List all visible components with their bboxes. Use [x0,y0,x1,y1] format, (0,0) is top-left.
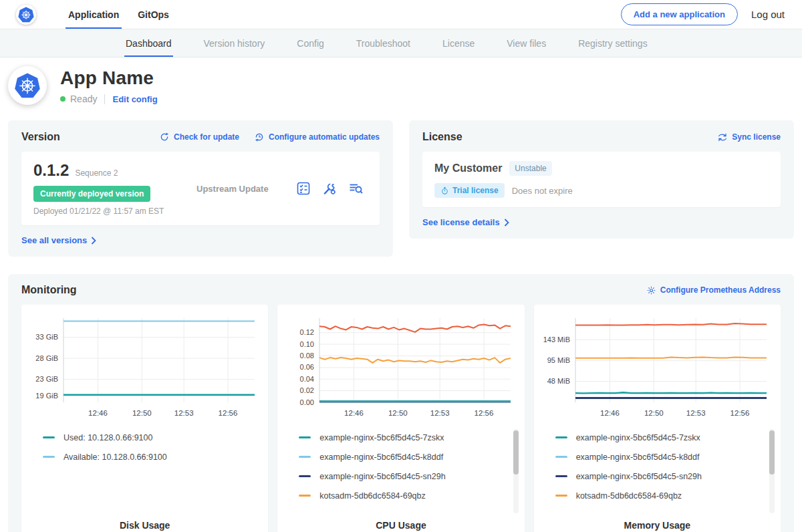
see-license-details-link[interactable]: See license details [422,217,509,227]
app-icon [8,66,47,105]
tab-gitops[interactable]: GitOps [128,0,178,29]
legend-color-dash [555,495,567,497]
license-card-title: License [422,131,462,143]
deploy-logs-icon[interactable] [348,180,364,196]
legend-color-dash [299,475,311,477]
svg-text:28 GiB: 28 GiB [35,354,58,362]
license-panel: My Customer Unstable Trial license Does … [422,152,781,207]
expiry-label: Does not expire [512,186,573,196]
legend-item: example-nginx-5bc6f5d4c5-7zskx [555,428,775,447]
add-new-application-button[interactable]: Add a new application [621,3,738,25]
check-for-update-link[interactable]: Check for update [159,132,239,142]
log-out-link[interactable]: Log out [751,9,785,20]
legend-scrollbar[interactable] [513,429,519,513]
cpu-usage-legend: example-nginx-5bc6f5d4c5-7zskxexample-ng… [299,428,519,509]
legend-item: example-nginx-5bc6f5d4c5-sn29h [555,467,775,486]
legend-label: example-nginx-5bc6f5d4c5-k8ddf [576,452,700,462]
legend-label: example-nginx-5bc6f5d4c5-k8ddf [319,452,443,462]
legend-color-dash [43,456,55,458]
legend-label: example-nginx-5bc6f5d4c5-sn29h [319,472,445,481]
svg-text:12:56: 12:56 [730,409,750,417]
memory-usage-chart[interactable]: 143 MiB95 MiB48 MiB12:4612:5012:5312:56 [539,313,775,421]
svg-text:19 GiB: 19 GiB [35,392,58,400]
tab-gitops-label: GitOps [138,9,169,20]
svg-text:0.08: 0.08 [300,352,314,360]
cpu-usage-chart-card: 0.120.100.080.060.040.020.0012:4612:5012… [277,305,524,532]
svg-text:12:56: 12:56 [218,409,237,417]
svg-text:143 MiB: 143 MiB [543,336,570,344]
see-license-details-label: See license details [422,217,500,227]
subnav-troubleshoot[interactable]: Troubleshoot [356,29,410,57]
page-title: App Name [60,68,158,89]
ready-status-label: Ready [70,94,97,104]
disk-usage-chart[interactable]: 33 GiB28 GiB23 GiB19 GiB12:4612:5012:531… [27,313,263,421]
sync-license-link[interactable]: Sync license [717,132,781,142]
legend-color-dash [299,495,311,497]
license-card: License Sync license My Customer Unstabl… [409,120,794,239]
tab-application[interactable]: Application [59,0,128,29]
legend-item: kotsadm-5db6dc6584-69qbz [299,486,519,505]
update-type-label: Upstream Update [188,184,295,194]
legend-label: Available: 10.128.0.66:9100 [63,452,167,462]
svg-text:12:46: 12:46 [344,409,364,417]
legend-label: kotsadm-5db6dc6584-69qbz [319,491,425,501]
cpu-usage-chart[interactable]: 0.120.100.080.060.040.020.0012:4612:5012… [283,313,519,421]
sync-license-label: Sync license [732,132,781,142]
legend-color-dash [43,436,55,438]
legend-color-dash [555,436,567,438]
svg-text:12:53: 12:53 [430,409,450,417]
legend-label: example-nginx-5bc6f5d4c5-7zskx [576,433,700,442]
edit-config-wrench-icon[interactable] [321,180,338,196]
sync-arrows-icon [717,132,728,142]
configure-automatic-updates-link[interactable]: Configure automatic updates [254,132,380,142]
subnav-config[interactable]: Config [297,29,323,57]
preflight-checks-icon[interactable] [295,180,311,196]
legend-scrollbar-thumb[interactable] [769,430,775,475]
svg-text:95 MiB: 95 MiB [547,356,570,364]
svg-text:0.04: 0.04 [300,375,314,383]
see-all-versions-link[interactable]: See all versions [21,235,96,245]
tab-application-label: Application [68,9,119,20]
sequence-label: Sequence 2 [75,168,118,178]
customer-name: My Customer [434,162,502,174]
disk-usage-chart-card: 33 GiB28 GiB23 GiB19 GiB12:4612:5012:531… [21,305,268,532]
memory-usage-chart-title: Memory Usage [539,520,775,531]
legend-item: Available: 10.128.0.66:9100 [43,447,263,467]
legend-item: example-nginx-5bc6f5d4c5-k8ddf [555,447,775,467]
kubernetes-logo[interactable] [16,5,36,25]
legend-color-dash [299,456,311,458]
legend-scrollbar-thumb[interactable] [513,430,519,475]
app-sub-nav: Dashboard Version history Config Trouble… [0,29,802,57]
legend-color-dash [555,475,567,477]
svg-text:12:46: 12:46 [600,409,620,417]
legend-label: example-nginx-5bc6f5d4c5-7zskx [319,433,444,442]
legend-label: kotsadm-5db6dc6584-69qbz [576,491,682,501]
legend-item: Used: 10.128.0.66:9100 [43,428,263,447]
chevron-right-icon [504,219,509,227]
ready-status-dot [60,96,65,102]
memory-usage-legend: example-nginx-5bc6f5d4c5-7zskxexample-ng… [555,428,775,509]
svg-text:12:53: 12:53 [686,409,706,417]
legend-scrollbar[interactable] [769,429,775,513]
edit-config-link[interactable]: Edit config [112,94,157,104]
configure-prometheus-link[interactable]: Configure Prometheus Address [646,285,781,295]
configure-prometheus-label: Configure Prometheus Address [660,285,781,295]
legend-item: example-nginx-5bc6f5d4c5-k8ddf [299,447,519,467]
subnav-dashboard[interactable]: Dashboard [126,29,172,57]
disk-usage-legend: Used: 10.128.0.66:9100Available: 10.128.… [43,428,263,509]
monitoring-section: Monitoring Configure Prometheus Address … [8,274,794,532]
svg-text:33 GiB: 33 GiB [35,333,58,341]
svg-text:12:46: 12:46 [88,409,108,417]
subnav-registry-settings[interactable]: Registry settings [578,29,647,57]
trial-license-label: Trial license [452,186,499,195]
memory-usage-chart-card: 143 MiB95 MiB48 MiB12:4612:5012:5312:56 … [534,305,781,532]
legend-item: example-nginx-5bc6f5d4c5-7zskx [299,428,519,447]
subnav-view-files[interactable]: View files [507,29,546,57]
subnav-license[interactable]: License [442,29,475,57]
svg-text:0.12: 0.12 [300,328,314,336]
cpu-usage-chart-title: CPU Usage [283,520,519,531]
auto-update-clock-icon [254,132,265,142]
currently-deployed-badge: Currently deployed version [33,186,150,202]
svg-text:12:53: 12:53 [174,409,193,417]
subnav-version-history[interactable]: Version history [204,29,265,57]
